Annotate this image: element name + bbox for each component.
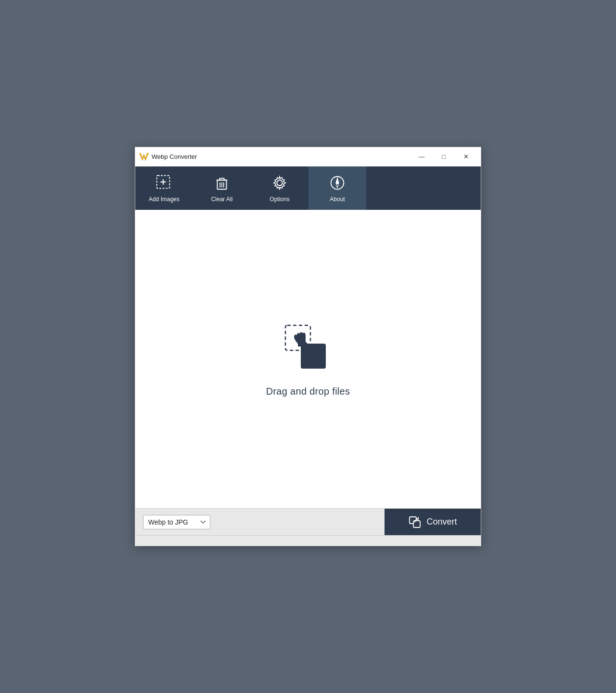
about-label: About: [330, 196, 345, 203]
drop-zone[interactable]: Drag and drop files: [135, 210, 481, 508]
svg-point-17: [336, 182, 338, 184]
toolbar: Add Images Clear All Options: [135, 167, 481, 210]
minimize-button[interactable]: —: [411, 149, 433, 165]
drop-text: Drag and drop files: [266, 386, 350, 397]
status-bar: [135, 535, 481, 546]
window-controls: — □ ✕: [411, 149, 477, 165]
convert-label: Convert: [426, 517, 457, 527]
clear-all-label: Clear All: [211, 196, 233, 203]
svg-rect-19: [301, 344, 326, 369]
svg-point-13: [277, 180, 282, 185]
drag-drop-icon: [282, 321, 334, 376]
about-icon: [328, 174, 346, 192]
maximize-button[interactable]: □: [433, 149, 455, 165]
add-images-label: Add Images: [149, 196, 180, 203]
svg-marker-1: [139, 153, 149, 161]
add-images-button[interactable]: Add Images: [135, 167, 193, 210]
app-title: Webp Converter: [152, 153, 411, 160]
about-button[interactable]: About: [308, 167, 366, 210]
close-button[interactable]: ✕: [455, 149, 477, 165]
add-images-icon: [155, 174, 173, 192]
clear-all-icon: [213, 174, 231, 192]
convert-button[interactable]: Convert: [385, 509, 481, 536]
title-bar: Webp Converter — □ ✕: [135, 147, 481, 167]
options-label: Options: [270, 196, 289, 203]
format-select[interactable]: Webp to JPG Webp to PNG Webp to BMP Webp…: [143, 515, 210, 529]
app-logo: [139, 152, 149, 162]
svg-rect-21: [413, 521, 420, 527]
options-button[interactable]: Options: [251, 167, 308, 210]
clear-all-button[interactable]: Clear All: [193, 167, 251, 210]
options-icon: [270, 174, 289, 192]
format-select-wrap: Webp to JPG Webp to PNG Webp to BMP Webp…: [135, 515, 385, 529]
app-window: Webp Converter — □ ✕ Add Images: [135, 147, 481, 546]
convert-icon: [408, 515, 422, 529]
bottom-bar: Webp to JPG Webp to PNG Webp to BMP Webp…: [135, 508, 481, 535]
